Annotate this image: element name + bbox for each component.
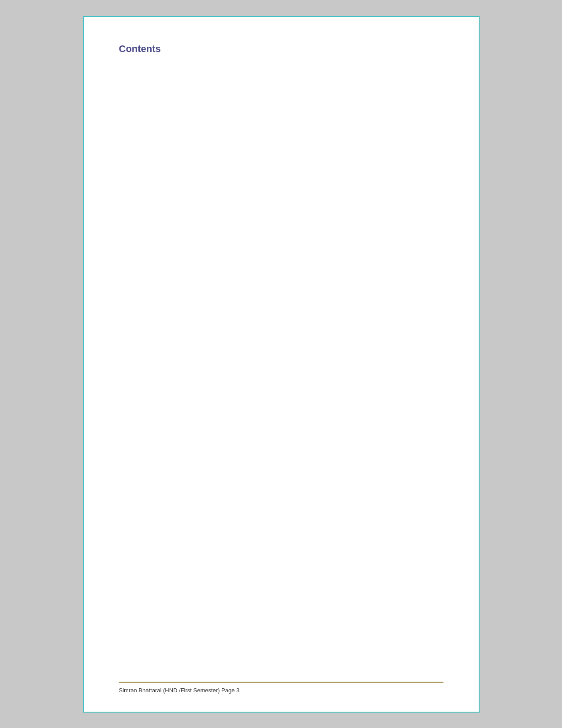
footer: Simran Bhattarai (HND /First Semester) P…: [119, 682, 443, 694]
toc-table: [119, 63, 443, 668]
footer-text: Simran Bhattarai (HND /First Semester) P…: [119, 687, 240, 694]
contents-heading: Contents: [119, 43, 443, 55]
document-page: Contents Simran Bhattarai (HND /First Se…: [83, 16, 480, 713]
